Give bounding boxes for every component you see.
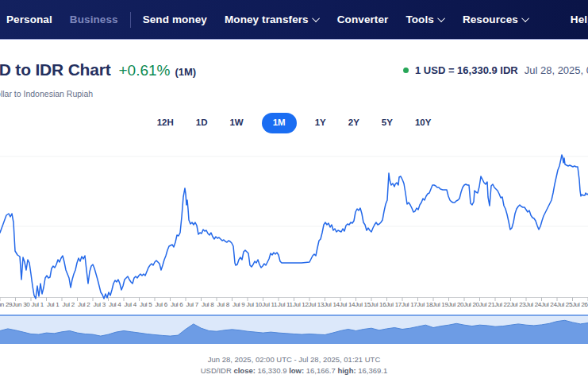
- nav-item-label: Money transfers: [225, 14, 309, 25]
- chevron-down-icon: [312, 14, 320, 22]
- x-axis-label: Jul 8: [200, 301, 216, 310]
- range-button-1d[interactable]: 1D: [192, 114, 212, 133]
- quote-rate: 1 USD = 16,330.9 IDR: [415, 64, 518, 76]
- x-axis-label: Jul 7: [184, 301, 200, 310]
- change-percent: +0.61%: [118, 62, 170, 79]
- chevron-down-icon: [437, 14, 445, 22]
- range-button-1y[interactable]: 1Y: [311, 114, 330, 133]
- range-button-5y[interactable]: 5Y: [378, 114, 397, 133]
- x-axis-label: Jun 30: [12, 301, 29, 310]
- nav-item-tools[interactable]: Tools: [405, 14, 445, 25]
- chevron-down-icon: [521, 14, 529, 22]
- x-axis-label: Jul 12: [293, 301, 309, 310]
- page-subtitle: US Dollar to Indonesian Rupiah: [0, 89, 93, 98]
- chart-header: USD to IDR Chart +0.61% (1M): [0, 60, 196, 79]
- x-axis-label: Jul 16: [371, 301, 386, 310]
- live-dot-icon: [403, 68, 409, 73]
- x-axis-label: Jul 3: [91, 301, 107, 310]
- x-axis-label: Jul 21: [479, 301, 495, 310]
- range-button-10y[interactable]: 10Y: [411, 114, 435, 133]
- price-chart-svg: [0, 145, 588, 303]
- x-axis-label: Jul 15: [355, 301, 371, 310]
- x-axis-label: Jul 25: [557, 301, 573, 310]
- nav-item-label: Business: [70, 14, 118, 25]
- x-axis-label: Jul 20: [463, 301, 479, 310]
- range-button-12h[interactable]: 12H: [153, 114, 178, 133]
- range-button-1w[interactable]: 1W: [225, 114, 247, 133]
- nav-item-label: Resources: [463, 14, 518, 25]
- x-axis-label: Jul 24: [541, 301, 557, 310]
- navbar-right-items: HelpLogin: [547, 14, 588, 25]
- nav-item-converter[interactable]: Converter: [337, 14, 389, 25]
- navigator-svg: [0, 316, 588, 344]
- usd-idr-chart-page: { "navbar": { "items_left": [ {"label": …: [0, 0, 588, 386]
- range-button-1m[interactable]: 1M: [262, 113, 297, 133]
- x-axis-label: Jul 11: [278, 301, 294, 310]
- x-axis-label: Jul 23: [510, 301, 526, 310]
- x-axis-label: Jun 29: [0, 301, 12, 310]
- x-axis-label: Jul 6: [153, 301, 169, 310]
- range-button-2y[interactable]: 2Y: [344, 114, 363, 133]
- x-axis-label: Jul 2: [76, 301, 92, 310]
- x-axis-label: Jul 4: [107, 301, 123, 310]
- x-axis-label: Jul 17: [386, 301, 402, 310]
- nav-item-resources[interactable]: Resources: [463, 14, 529, 25]
- chart-footer: Jun 28, 2025, 02:00 UTC - Jul 28, 2025, …: [0, 354, 588, 376]
- footer-stat-value: 16,369.1: [356, 366, 388, 375]
- footer-period: Jun 28, 2025, 02:00 UTC - Jul 28, 2025, …: [0, 354, 588, 365]
- footer-stat-value: 16,330.9: [256, 366, 289, 375]
- chart-navigator[interactable]: [0, 315, 588, 344]
- x-axis-label: Jul 20: [448, 301, 464, 310]
- top-navbar: PersonalBusinessSend moneyMoney transfer…: [0, 0, 588, 40]
- x-axis-label: Jul 2: [60, 301, 76, 310]
- x-axis-label: Jul 18: [417, 301, 433, 310]
- x-axis-label: Jul 26: [572, 301, 588, 310]
- nav-item-label: Send money: [143, 14, 207, 25]
- x-axis-label: Jul 11: [262, 301, 278, 310]
- range-selector: 12H1D1W1M1Y2Y5Y10Y: [0, 112, 588, 134]
- nav-item-money-transfers[interactable]: Money transfers: [225, 14, 320, 25]
- footer-pair-label: USD/IDR: [201, 366, 234, 375]
- x-axis-label: Jul 4: [122, 301, 138, 310]
- navbar-left: PersonalBusinessSend moneyMoney transfer…: [6, 12, 547, 28]
- nav-item-personal[interactable]: Personal: [6, 14, 52, 25]
- footer-stat-value: 16,166.7: [304, 366, 337, 375]
- nav-item-help[interactable]: Help: [571, 14, 588, 25]
- footer-stat-label: low:: [289, 366, 304, 375]
- x-axis-label: Jul 9: [231, 301, 247, 310]
- x-axis-label: Jul 24: [525, 301, 541, 310]
- nav-item-send-money[interactable]: Send money: [143, 14, 207, 25]
- nav-item-label: Help: [571, 14, 588, 25]
- footer-stat-label: close:: [233, 366, 255, 375]
- nav-item-label: Converter: [337, 14, 389, 25]
- x-axis-label: Jul 1: [29, 301, 45, 310]
- x-axis-labels: Jun 29Jun 30Jul 1Jul 1Jul 2Jul 2Jul 3Jul…: [0, 301, 588, 310]
- x-axis-label: Jul 22: [494, 301, 510, 310]
- x-axis-label: Jul 6: [169, 301, 185, 310]
- x-axis-label: Jul 17: [402, 301, 417, 310]
- x-axis-label: Jul 19: [432, 301, 448, 310]
- footer-stats: USD/IDR close: 16,330.9 low: 16,166.7 hi…: [0, 365, 588, 376]
- nav-divider: [130, 12, 131, 28]
- x-axis-label: Jul 1: [45, 301, 61, 310]
- nav-item-label: Tools: [405, 14, 434, 25]
- quote-timestamp: Jul 28, 2025, 01:21 UTC: [525, 64, 588, 76]
- range-note: (1M): [175, 66, 196, 78]
- x-axis-label: Jul 13: [309, 301, 325, 310]
- nav-item-label: Personal: [6, 14, 52, 25]
- x-axis-label: Jul 10: [246, 301, 262, 310]
- live-quote: 1 USD = 16,330.9 IDR Jul 28, 2025, 01:21…: [403, 64, 588, 76]
- navbar-right: HelpLogin: [547, 6, 588, 33]
- x-axis-label: Jul 14: [324, 301, 340, 310]
- nav-item-business[interactable]: Business: [70, 14, 118, 25]
- page-title: USD to IDR Chart: [0, 60, 110, 79]
- footer-stat-label: high:: [337, 366, 355, 375]
- x-axis-label: Jul 14: [340, 301, 355, 310]
- price-chart[interactable]: [0, 145, 588, 303]
- navigator-area: [0, 320, 588, 344]
- x-axis-label: Jul 8: [215, 301, 231, 310]
- x-axis-label: Jul 5: [138, 301, 154, 310]
